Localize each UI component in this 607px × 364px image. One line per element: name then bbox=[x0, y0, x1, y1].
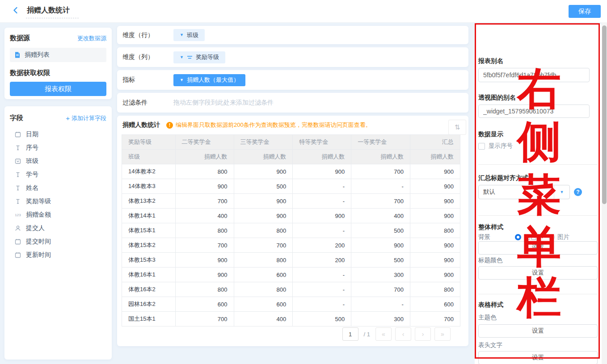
bg-image-option-label[interactable]: 图片 bbox=[557, 233, 569, 241]
fields-card: 字段 + 添加计算字段 日期序号班级学号姓名奖励等级123捐赠金额提交人提交时间… bbox=[4, 106, 112, 360]
background-setting-button[interactable]: 设置 bbox=[478, 241, 598, 255]
overall-style-label: 整体样式 bbox=[478, 223, 503, 231]
next-page-button[interactable]: › bbox=[415, 327, 431, 341]
report-alias-input[interactable] bbox=[478, 68, 590, 82]
value-cell: 900 bbox=[410, 238, 460, 253]
table-row: 体教16本1900600-300900 bbox=[122, 268, 460, 282]
dimension-col-label: 维度（列） bbox=[122, 53, 173, 61]
metric-card: 指标 ▼ 捐赠人数（最大值） bbox=[117, 70, 468, 90]
add-calc-field-link[interactable]: + 添加计算字段 bbox=[66, 114, 106, 122]
value-cell: - bbox=[293, 223, 351, 238]
value-cell: 500 bbox=[234, 179, 293, 194]
value-cell: 900 bbox=[234, 194, 293, 209]
field-item[interactable]: 学号 bbox=[4, 168, 112, 181]
value-cell: 700 bbox=[410, 312, 460, 326]
app-root: 捐赠人数统计 保存 数据源 更改数据源 捐赠列表 数据获取权限 报表权限 字段 … bbox=[0, 0, 607, 364]
fields-title: 字段 bbox=[10, 114, 23, 122]
table-row: 体教14本1400900900400900 bbox=[122, 209, 460, 223]
summary-align-value: 默认 bbox=[479, 185, 554, 199]
field-item[interactable]: 提交人 bbox=[4, 222, 112, 235]
field-item[interactable]: 提交时间 bbox=[4, 235, 112, 248]
header-cell: 奖励等级 bbox=[122, 135, 176, 150]
table-row: 园林16本2600600--600 bbox=[122, 297, 460, 312]
page-number-input[interactable] bbox=[342, 327, 358, 341]
checkbox-unchecked-icon[interactable] bbox=[478, 143, 485, 150]
first-page-button[interactable]: « bbox=[375, 327, 392, 341]
caret-down-icon: ▼ bbox=[180, 78, 184, 82]
dimension-col-tag[interactable]: ▼ 奖励等级 bbox=[173, 51, 225, 63]
table-row: 14体教本3900500--900 bbox=[122, 179, 460, 194]
theme-color-label: 主题色 bbox=[478, 314, 497, 322]
metric-tag-label: 捐赠人数（最大值） bbox=[187, 76, 239, 84]
metric-label: 指标 bbox=[122, 76, 173, 84]
field-item[interactable]: 姓名 bbox=[4, 181, 112, 195]
summary-align-select[interactable]: 默认 ▼ bbox=[478, 185, 570, 199]
header-row-1: 奖励等级二等奖学金三等奖学金特等奖学金一等奖学金汇总 bbox=[122, 135, 460, 150]
show-index-checkbox-row[interactable]: 显示序号 bbox=[478, 142, 513, 150]
dimension-row-card: 维度（行） ▼ 班级 bbox=[117, 26, 468, 44]
change-datasource-link[interactable]: 更改数据源 bbox=[77, 34, 106, 42]
last-page-button[interactable]: » bbox=[434, 327, 451, 341]
save-button[interactable]: 保存 bbox=[569, 5, 601, 18]
value-cell: 900 bbox=[410, 164, 460, 179]
double-chevron-right-icon: » bbox=[441, 331, 444, 338]
field-item[interactable]: 序号 bbox=[4, 141, 112, 155]
value-cell: 200 bbox=[293, 238, 351, 253]
prev-page-button[interactable]: ‹ bbox=[395, 327, 411, 341]
table-row: 体教13本2700900-700900 bbox=[122, 194, 460, 209]
value-cell: - bbox=[293, 179, 351, 194]
title-color-setting-button[interactable]: 设置 bbox=[478, 266, 598, 280]
add-calc-field-label: 添加计算字段 bbox=[72, 114, 106, 122]
pivot-alias-input[interactable] bbox=[478, 105, 590, 118]
dimension-col-card: 维度（列） ▼ 奖励等级 bbox=[117, 47, 468, 67]
theme-color-setting-button[interactable]: 设置 bbox=[478, 324, 598, 338]
value-cell: 400 bbox=[175, 209, 234, 223]
radio-unchecked-icon[interactable] bbox=[548, 234, 555, 240]
value-cell: 900 bbox=[410, 179, 460, 194]
header-text-setting-button[interactable]: 设置 bbox=[478, 351, 598, 364]
caret-down-icon: ▼ bbox=[554, 185, 569, 199]
metric-tag[interactable]: ▼ 捐赠人数（最大值） bbox=[173, 74, 245, 86]
field-label: 姓名 bbox=[26, 184, 38, 192]
bg-color-option-label[interactable]: 纯色 bbox=[524, 233, 536, 241]
table-row: 体教15本2700700200900900 bbox=[122, 238, 460, 253]
data-display-label: 数据显示 bbox=[478, 130, 503, 138]
row-label-cell: 园林16本2 bbox=[122, 297, 176, 312]
table-body: 14体教本280090090070090014体教本3900500--900体教… bbox=[122, 164, 460, 326]
table-head: 奖励等级二等奖学金三等奖学金特等奖学金一等奖学金汇总班级捐赠人数捐赠人数捐赠人数… bbox=[122, 135, 460, 164]
field-label: 日期 bbox=[26, 130, 38, 138]
value-cell: 500 bbox=[293, 312, 351, 326]
value-cell: 900 bbox=[410, 268, 460, 282]
dimension-row-label: 维度（行） bbox=[122, 31, 173, 39]
field-item[interactable]: 奖励等级 bbox=[4, 195, 112, 208]
value-cell: - bbox=[293, 282, 351, 297]
field-item[interactable]: 更新时间 bbox=[4, 248, 112, 262]
field-item[interactable]: 日期 bbox=[4, 128, 112, 141]
back-button[interactable] bbox=[11, 6, 21, 16]
background-option-row: 背景 纯色 图片 bbox=[478, 233, 598, 241]
value-cell: 900 bbox=[293, 164, 351, 179]
datasource-item[interactable]: 捐赠列表 bbox=[10, 48, 106, 62]
person-icon bbox=[14, 225, 21, 232]
sort-toggle-button[interactable]: ⇅ bbox=[448, 120, 466, 135]
field-item[interactable]: 班级 bbox=[4, 155, 112, 168]
field-label: 更新时间 bbox=[26, 251, 51, 259]
value-cell: 600 bbox=[175, 297, 234, 312]
preview-table: 奖励等级二等奖学金三等奖学金特等奖学金一等奖学金汇总班级捐赠人数捐赠人数捐赠人数… bbox=[122, 134, 460, 326]
scrollbar-thumb[interactable] bbox=[602, 25, 607, 204]
row-label-cell: 体教16本1 bbox=[122, 268, 176, 282]
help-icon[interactable]: ? bbox=[574, 188, 582, 196]
field-item[interactable]: 123捐赠金额 bbox=[4, 208, 112, 222]
table-style-label: 表格样式 bbox=[478, 301, 503, 309]
field-label: 班级 bbox=[26, 157, 38, 165]
chevron-left-icon bbox=[11, 6, 20, 17]
filter-dropzone[interactable]: 拖动左侧字段到此处来添加过滤条件 bbox=[173, 99, 274, 107]
radio-checked-icon[interactable] bbox=[515, 234, 521, 240]
page-scrollbar[interactable] bbox=[602, 22, 607, 364]
dimension-row-tag[interactable]: ▼ 班级 bbox=[173, 29, 205, 41]
report-permission-button[interactable]: 报表权限 bbox=[10, 82, 106, 96]
header-cell: 特等奖学金 bbox=[293, 135, 351, 150]
value-cell: 900 bbox=[234, 164, 293, 179]
calendar-icon bbox=[14, 131, 21, 138]
header-cell: 捐赠人数 bbox=[410, 150, 460, 164]
